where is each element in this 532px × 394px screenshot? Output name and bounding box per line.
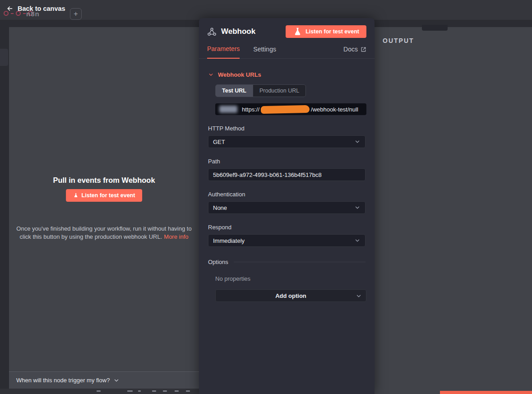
url-prefix: https:// — [242, 106, 259, 113]
respond-select[interactable]: Immediately — [208, 234, 365, 247]
authentication-value: None — [213, 204, 227, 211]
input-panel: Pull in events from Webhook Listen for t… — [9, 27, 199, 389]
docs-link[interactable]: Docs — [343, 46, 366, 58]
webhook-url-display[interactable]: https:// /webhook-test/null — [215, 103, 366, 115]
listen-for-test-event-button-header[interactable]: Listen for test event — [286, 25, 366, 38]
tab-settings[interactable]: Settings — [253, 46, 276, 58]
node-title: Webhook — [221, 27, 255, 36]
tab-parameters[interactable]: Parameters — [207, 45, 240, 59]
test-url-toggle[interactable]: Test URL — [216, 85, 253, 97]
flask-icon — [293, 27, 302, 37]
http-method-select[interactable]: GET — [208, 135, 365, 148]
listen-for-test-event-label: Listen for test event — [82, 192, 135, 199]
respond-field: Respond Immediately — [208, 224, 366, 247]
listen-for-test-event-button[interactable]: Listen for test event — [66, 189, 143, 202]
back-to-canvas-label: Back to canvas — [18, 5, 65, 12]
top-header: n8n Back to canvas + — [0, 0, 532, 20]
add-node-button[interactable]: + — [70, 8, 82, 20]
canvas-tick — [163, 390, 167, 392]
canvas-node-edge — [0, 49, 8, 66]
listen-for-test-event-label: Listen for test event — [305, 28, 359, 35]
add-option-button[interactable]: Add option — [215, 289, 366, 302]
node-trigger-question[interactable]: When will this node trigger my flow? — [9, 371, 199, 389]
node-header: Webhook Listen for test event — [199, 18, 375, 38]
output-panel: OUTPUT — [375, 27, 532, 394]
chevron-down-icon — [113, 377, 120, 384]
canvas-tick — [127, 390, 133, 392]
http-method-label: HTTP Method — [208, 125, 366, 132]
chevron-down-icon — [208, 72, 214, 78]
webhook-urls-label: Webhook URLs — [218, 71, 261, 78]
http-method-value: GET — [213, 139, 225, 145]
path-field: Path — [208, 158, 366, 181]
add-option-label: Add option — [275, 292, 306, 299]
http-method-field: HTTP Method GET — [208, 125, 366, 148]
path-label: Path — [208, 158, 366, 165]
webhook-icon — [207, 27, 217, 37]
chevron-down-icon — [354, 204, 361, 211]
back-to-canvas-button[interactable]: Back to canvas — [6, 5, 65, 12]
options-divider — [234, 262, 365, 262]
docs-label: Docs — [343, 46, 358, 53]
more-info-link[interactable]: More info — [164, 233, 188, 240]
node-tabs: Parameters Settings Docs — [199, 45, 375, 59]
logo-connector — [23, 13, 26, 14]
authentication-select[interactable]: None — [208, 201, 365, 214]
options-label: Options — [208, 259, 228, 265]
canvas-tick — [175, 390, 179, 392]
webhook-urls-section-toggle[interactable]: Webhook URLs — [208, 71, 366, 78]
production-url-toggle[interactable]: Production URL — [253, 85, 305, 97]
canvas-tick — [138, 390, 141, 392]
production-url-hint: Once you've finished building your workf… — [14, 225, 194, 241]
canvas-tick — [152, 390, 156, 392]
chevron-down-icon — [354, 139, 361, 145]
redacted-method-badge — [219, 106, 237, 113]
canvas-bottom-edge — [0, 389, 199, 394]
chevron-down-icon — [354, 237, 361, 244]
node-settings-panel: Webhook Listen for test event Parameters… — [199, 18, 375, 394]
options-section: Options — [208, 259, 366, 265]
chevron-down-icon — [356, 293, 362, 299]
redacted-url-host — [261, 105, 310, 113]
canvas-tick — [186, 390, 190, 392]
url-type-toggle: Test URL Production URL — [215, 84, 306, 97]
node-trigger-question-label: When will this node trigger my flow? — [16, 377, 110, 384]
bottom-accent-bar — [440, 391, 532, 394]
respond-value: Immediately — [213, 237, 245, 244]
flask-icon — [73, 193, 79, 198]
url-suffix: /webhook-test/null — [311, 106, 358, 113]
authentication-field: Authentication None — [208, 191, 366, 214]
back-arrow-icon — [6, 5, 14, 12]
canvas-tick — [97, 390, 101, 392]
no-properties-text: No properties — [215, 275, 366, 282]
hint-line-1: Once you've finished building your workf… — [16, 225, 191, 232]
output-panel-title: OUTPUT — [383, 37, 414, 44]
path-input[interactable] — [208, 168, 365, 181]
hint-line-2: click this button by using the productio… — [20, 233, 162, 240]
respond-label: Respond — [208, 224, 366, 231]
logo-connector — [11, 13, 14, 14]
parameters-body: Webhook URLs Test URL Production URL htt… — [199, 59, 375, 302]
external-link-icon — [361, 46, 366, 52]
authentication-label: Authentication — [208, 191, 366, 198]
input-panel-title: Pull in events from Webhook — [9, 176, 199, 185]
panel-notch — [422, 25, 448, 31]
